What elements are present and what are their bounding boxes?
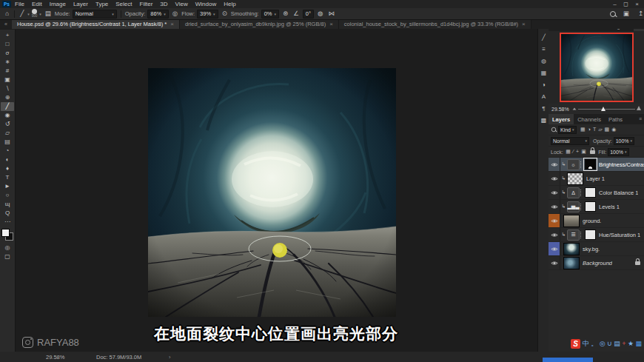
zoom-out-icon[interactable] xyxy=(572,107,576,110)
ime-chinese-toggle-icon[interactable]: 中 xyxy=(583,341,589,347)
smoothing-input[interactable]: 0% ▾ xyxy=(261,10,279,19)
path-selection-tool[interactable]: ► xyxy=(1,182,14,191)
layer-name[interactable]: Color Balance 1 xyxy=(599,190,638,196)
opacity-input[interactable]: 86% ▾ xyxy=(147,10,169,19)
levels-icon[interactable]: ▂▅▃ xyxy=(567,201,580,212)
lock-move-icon[interactable]: + xyxy=(575,149,580,155)
tab-paths[interactable]: Paths xyxy=(605,114,626,124)
brush-settings-toggle-icon[interactable]: ▤ xyxy=(44,10,53,17)
screen-mode-button[interactable]: ▢ xyxy=(1,252,14,261)
opacity-pressure-icon[interactable]: ◎ xyxy=(171,10,179,17)
tab-close-icon[interactable]: × xyxy=(170,21,174,27)
workspace-layout-icon[interactable]: ▣ xyxy=(622,10,631,17)
ime-clipboard-icon[interactable]: + xyxy=(622,341,625,347)
brush-settings-icon[interactable]: ╱ xyxy=(542,34,546,41)
tab-close-icon[interactable]: × xyxy=(329,21,333,27)
layer-opacity-input[interactable]: 100% ▾ xyxy=(614,137,634,145)
frame-tool[interactable]: ▣ xyxy=(1,76,14,84)
character-panel-icon[interactable]: A xyxy=(542,93,546,100)
size-pressure-icon[interactable]: ◍ xyxy=(316,10,324,17)
filter-smart-object-icon[interactable]: ▩ xyxy=(603,127,611,133)
document-tab-3[interactable]: colonial_house_stock_by_sillermonbs_d1d4… xyxy=(339,19,531,29)
color-swatches[interactable] xyxy=(1,229,13,241)
menu-filter[interactable]: Filter xyxy=(136,1,157,7)
type-tool[interactable]: T xyxy=(1,173,14,182)
filter-shape-icon[interactable]: ▱ xyxy=(597,127,603,133)
brush-preset-picker[interactable]: 900 xyxy=(32,9,38,19)
pen-tool[interactable]: ♦ xyxy=(1,164,14,173)
lock-artboard-icon[interactable]: ▣ xyxy=(580,149,588,155)
color-balance-icon[interactable]: Δ xyxy=(567,187,580,198)
layer-fill-input[interactable]: 100% ▾ xyxy=(608,148,628,156)
navigator-zoom-value[interactable]: 29.58% xyxy=(551,107,569,112)
eyedropper-tool[interactable]: ∖ xyxy=(1,84,14,93)
layer-visibility-toggle[interactable] xyxy=(549,158,560,171)
eraser-tool[interactable]: ▱ xyxy=(1,129,14,138)
quick-mask-button[interactable]: ◎ xyxy=(1,244,14,252)
close-button[interactable]: × xyxy=(631,0,643,8)
layer-name[interactable]: Brightness/Contrast 1 xyxy=(599,161,644,168)
layer-row-5[interactable]: ground. xyxy=(549,214,644,228)
ime-punctuation-icon[interactable]: 。 xyxy=(591,341,597,347)
tab-channels[interactable]: Channels xyxy=(574,114,605,124)
hue-saturation-icon[interactable]: ☰ xyxy=(567,229,580,241)
status-chevron-icon[interactable]: › xyxy=(169,354,171,361)
menu-file[interactable]: File xyxy=(11,1,28,7)
layer-visibility-toggle[interactable] xyxy=(549,228,560,241)
symmetry-icon[interactable]: ⋈ xyxy=(326,10,336,17)
layer-mask-thumbnail[interactable] xyxy=(585,159,596,170)
navigator-zoom-slider[interactable] xyxy=(572,105,641,113)
layer-comps-icon[interactable]: ▩ xyxy=(541,117,547,124)
layer-name[interactable]: Hue/Saturation 1 xyxy=(599,232,640,238)
restore-button[interactable]: ◻ xyxy=(620,0,631,8)
layer-blend-mode-select[interactable]: Normal ▾ xyxy=(551,137,589,145)
tab-layers[interactable]: Layers xyxy=(549,114,574,124)
menu-help[interactable]: Help xyxy=(220,1,239,7)
layer-visibility-toggle[interactable] xyxy=(549,186,560,199)
layer-name[interactable]: Levels 1 xyxy=(599,204,620,210)
brush-tool[interactable]: ╱ xyxy=(1,102,14,111)
layer-name[interactable]: ground. xyxy=(583,218,601,224)
menu-type[interactable]: Type xyxy=(92,1,112,7)
photoshop-logo[interactable]: Ps xyxy=(2,1,11,7)
filter-pixel-icon[interactable]: ▦ xyxy=(580,127,587,133)
libraries-icon[interactable]: ◍ xyxy=(541,58,546,64)
edit-toolbar[interactable]: ⋯ xyxy=(1,218,14,227)
filter-toggle-icon[interactable]: ◉ xyxy=(611,127,617,133)
blur-tool[interactable]: ◔ xyxy=(1,147,14,155)
brightness-contrast-icon[interactable]: ☼ xyxy=(567,159,580,170)
layer-row-1[interactable]: ↳☼Brightness/Contrast 1 xyxy=(549,158,644,172)
sogou-ime-logo[interactable]: S xyxy=(571,339,580,349)
flow-input[interactable]: 39% ▾ xyxy=(197,10,218,19)
layer-visibility-toggle[interactable] xyxy=(549,172,560,185)
brush-angle-input[interactable]: 0° xyxy=(303,10,314,19)
layer-thumbnail[interactable] xyxy=(563,243,580,255)
brush-tool-preset-icon[interactable]: ╱ xyxy=(19,10,25,17)
layer-name[interactable]: Background xyxy=(583,260,612,267)
layer-thumbnail[interactable] xyxy=(563,215,580,227)
menu-window[interactable]: Window xyxy=(192,1,220,7)
history-brush-tool[interactable]: ↺ xyxy=(1,120,14,129)
foreground-color-swatch[interactable] xyxy=(1,229,10,237)
layer-row-7[interactable]: sky.bg. xyxy=(549,242,644,256)
lock-transparency-icon[interactable]: ▦ xyxy=(565,149,572,155)
layer-visibility-toggle[interactable] xyxy=(549,200,560,213)
shape-tool[interactable]: ○ xyxy=(1,191,14,200)
layer-row-6[interactable]: ↳☰Hue/Saturation 1 xyxy=(549,228,644,242)
ime-keyboard-icon[interactable]: ▤ xyxy=(614,341,620,347)
document-canvas[interactable] xyxy=(148,68,396,317)
clone-source-icon[interactable]: ◑ xyxy=(542,81,546,88)
crop-tool[interactable]: # xyxy=(1,67,14,76)
lock-all-icon[interactable] xyxy=(590,150,595,154)
marquee-tool[interactable]: □ xyxy=(1,40,14,49)
menu-image[interactable]: Image xyxy=(46,1,70,7)
share-icon[interactable]: ↥ xyxy=(637,10,644,17)
ime-emoji-icon[interactable]: ◎ xyxy=(600,341,606,347)
smoothing-options-gear-icon[interactable]: ⊛ xyxy=(281,10,289,17)
layer-row-3[interactable]: ↳ΔColor Balance 1 xyxy=(549,186,644,200)
home-icon[interactable]: ⌂ xyxy=(4,10,10,17)
layer-name[interactable]: sky.bg. xyxy=(583,246,600,252)
status-zoom-value[interactable]: 29.58% xyxy=(46,354,64,361)
ime-voice-icon[interactable]: ∪ xyxy=(607,341,612,347)
menu-layer[interactable]: Layer xyxy=(70,1,92,7)
